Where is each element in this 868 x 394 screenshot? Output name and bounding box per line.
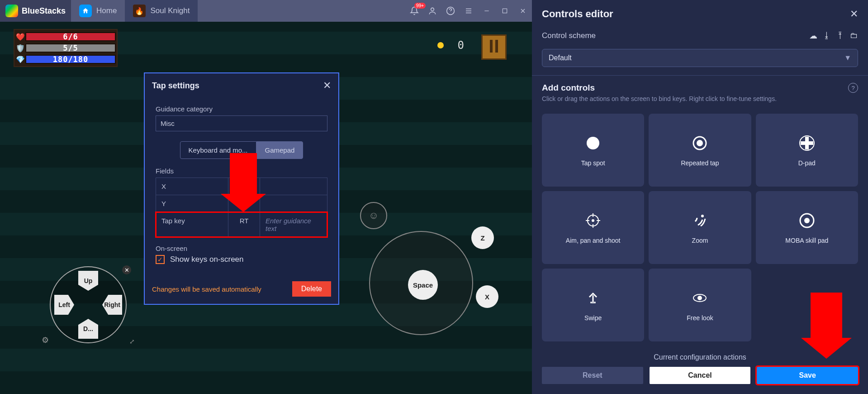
autosave-text: Changes will be saved automatically bbox=[152, 285, 261, 293]
panel-close-button[interactable]: ✕ bbox=[850, 8, 858, 20]
dpad-icon bbox=[797, 133, 817, 153]
dpad-up[interactable]: Up bbox=[78, 271, 98, 291]
guidance-category-input[interactable] bbox=[156, 115, 327, 131]
chevron-down-icon: ▼ bbox=[844, 54, 851, 62]
zoom-icon bbox=[690, 211, 710, 231]
repeated-tap-icon bbox=[690, 133, 710, 153]
menu-button[interactable] bbox=[460, 0, 478, 22]
show-keys-label: Show keys on-screen bbox=[170, 255, 244, 264]
reset-button[interactable]: Reset bbox=[542, 367, 643, 384]
svg-point-5 bbox=[697, 140, 703, 146]
tab-active-label: Soul Knight bbox=[150, 6, 190, 15]
game-view: ❤️6/6 🛡️5/5 💎180/180 0 Tap settings ✕ Gu… bbox=[0, 22, 532, 394]
tab-active-app[interactable]: 🔥 Soul Knight bbox=[125, 0, 198, 22]
dialog-close-button[interactable]: ✕ bbox=[323, 80, 331, 91]
notifications-button[interactable]: 99+ bbox=[405, 0, 423, 22]
bluestacks-logo-icon bbox=[5, 5, 18, 17]
score-text: 0 bbox=[458, 39, 464, 52]
crosshair-icon bbox=[583, 211, 603, 231]
tab-home[interactable]: Home bbox=[71, 0, 125, 22]
dpad-right[interactable]: Right bbox=[102, 295, 122, 315]
logo-section[interactable]: BlueStacks bbox=[0, 0, 71, 22]
svg-point-17 bbox=[698, 296, 702, 300]
scheme-select[interactable]: Default ▼ bbox=[542, 49, 858, 67]
card-moba-skill[interactable]: MOBA skill pad bbox=[756, 191, 858, 264]
folder-icon[interactable]: 🗀 bbox=[850, 31, 858, 41]
add-controls-subtitle: Click or drag the actions on the screen … bbox=[542, 95, 777, 104]
home-icon bbox=[79, 5, 92, 17]
cloud-icon[interactable]: ☁ bbox=[809, 31, 817, 41]
svg-point-13 bbox=[804, 218, 810, 223]
dialog-title: Tap settings bbox=[152, 81, 199, 91]
svg-point-10 bbox=[592, 220, 594, 221]
key-x[interactable]: X bbox=[476, 285, 498, 308]
field-row-tapkey[interactable]: Tap key RT Enter guidance text bbox=[156, 212, 327, 237]
card-tap-spot[interactable]: Tap spot bbox=[542, 114, 644, 187]
app-icon: 🔥 bbox=[133, 5, 146, 17]
delete-button[interactable]: Delete bbox=[292, 281, 331, 297]
pause-icon bbox=[489, 40, 499, 54]
onscreen-label: On-screen bbox=[156, 245, 327, 252]
eye-icon bbox=[690, 288, 710, 308]
panel-title: Controls editor bbox=[542, 8, 613, 20]
checkbox-icon: ✓ bbox=[156, 255, 165, 264]
dpad-down[interactable]: D... bbox=[78, 319, 98, 339]
titlebar: BlueStacks Home 🔥 Soul Knight 99+ bbox=[0, 0, 532, 22]
tap-spot-icon bbox=[583, 133, 603, 153]
heart-icon: ❤️ bbox=[15, 33, 25, 41]
moba-icon bbox=[797, 211, 817, 231]
svg-point-11 bbox=[701, 215, 704, 217]
svg-rect-2 bbox=[503, 9, 507, 13]
svg-point-14 bbox=[590, 302, 592, 303]
coin-icon bbox=[437, 42, 444, 48]
app-name: BlueStacks bbox=[22, 6, 66, 16]
tab-home-label: Home bbox=[96, 6, 117, 15]
card-aim-pan-shoot[interactable]: Aim, pan and shoot bbox=[542, 191, 644, 264]
minimize-button[interactable] bbox=[478, 0, 496, 22]
key-z[interactable]: Z bbox=[471, 226, 494, 249]
dpad-close-icon[interactable]: ✕ bbox=[122, 265, 131, 274]
svg-point-3 bbox=[587, 137, 599, 149]
controls-editor-panel: Controls editor ✕ Control scheme ☁ ⭳ ⭱ 🗀… bbox=[532, 0, 868, 394]
emoji-ring[interactable]: ☺ bbox=[360, 202, 387, 229]
annotation-arrow-2 bbox=[811, 293, 852, 359]
main-area: BlueStacks Home 🔥 Soul Knight 99+ bbox=[0, 0, 532, 394]
hud-panel: ❤️6/6 🛡️5/5 💎180/180 bbox=[14, 29, 118, 67]
account-button[interactable] bbox=[423, 0, 441, 22]
key-space[interactable]: Space bbox=[408, 270, 438, 300]
scheme-label: Control scheme bbox=[542, 31, 596, 40]
guidance-category-label: Guidance category bbox=[156, 105, 327, 113]
help-button[interactable] bbox=[441, 0, 460, 22]
dpad-overlay[interactable]: ✕ Up D... Left Right ⚙ ⤢ bbox=[50, 266, 127, 343]
swipe-icon bbox=[583, 288, 603, 308]
pause-button[interactable] bbox=[481, 34, 507, 60]
card-zoom[interactable]: Zoom bbox=[649, 191, 751, 264]
svg-rect-8 bbox=[801, 141, 813, 145]
scheme-value: Default bbox=[549, 54, 572, 62]
mp-text: 180/180 bbox=[26, 56, 115, 63]
dpad-expand-icon[interactable]: ⤢ bbox=[129, 338, 135, 345]
shield-icon: 🛡️ bbox=[15, 44, 25, 53]
dpad-left[interactable]: Left bbox=[54, 295, 74, 315]
add-controls-title: Add controls bbox=[542, 83, 777, 93]
help-icon[interactable]: ? bbox=[848, 83, 858, 93]
save-button[interactable]: Save bbox=[757, 367, 858, 384]
cancel-button[interactable]: Cancel bbox=[650, 367, 751, 384]
ap-text: 5/5 bbox=[26, 44, 115, 52]
import-icon[interactable]: ⭳ bbox=[823, 31, 831, 41]
show-keys-checkbox-row[interactable]: ✓ Show keys on-screen bbox=[156, 255, 327, 264]
card-swipe[interactable]: Swipe bbox=[542, 269, 644, 341]
svg-point-15 bbox=[594, 302, 596, 303]
card-repeated-tap[interactable]: Repeated tap bbox=[649, 114, 751, 187]
mana-icon: 💎 bbox=[15, 55, 25, 64]
annotation-arrow-1 bbox=[230, 153, 266, 212]
close-button[interactable] bbox=[514, 0, 532, 22]
export-icon[interactable]: ⭱ bbox=[836, 31, 844, 41]
card-free-look[interactable]: Free look bbox=[649, 269, 751, 341]
maximize-button[interactable] bbox=[496, 0, 514, 22]
hp-text: 6/6 bbox=[26, 33, 115, 40]
dpad-settings-icon[interactable]: ⚙ bbox=[42, 335, 49, 345]
card-dpad[interactable]: D-pad bbox=[756, 114, 858, 187]
svg-point-0 bbox=[431, 8, 434, 11]
